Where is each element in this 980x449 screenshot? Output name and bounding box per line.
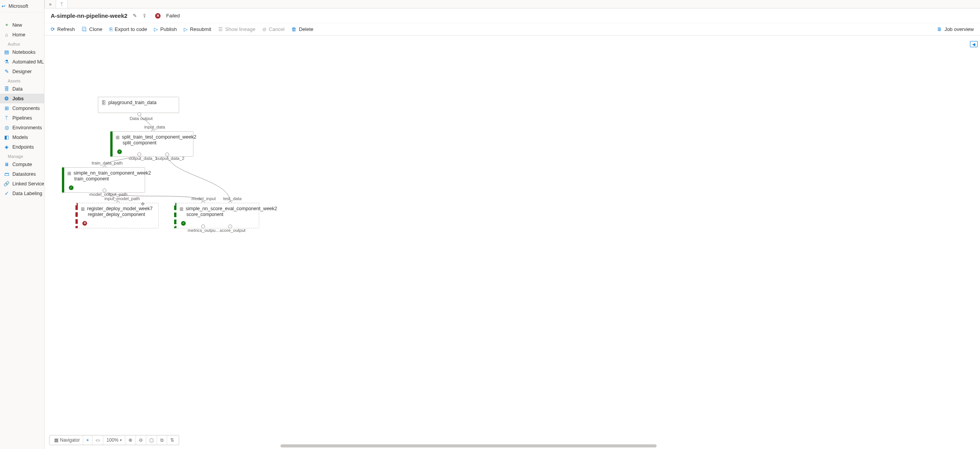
component-icon: ⊞: [116, 135, 120, 140]
node-score[interactable]: ⊞simple_nn_score_eval_component_week2 sc…: [174, 203, 259, 228]
nav-pipelines[interactable]: ᛘ Pipelines: [0, 113, 44, 123]
nav-environments-label: Environments: [12, 125, 42, 130]
nav-environments[interactable]: ◎ Environments: [0, 123, 44, 132]
h-scrollbar-thumb[interactable]: [280, 444, 657, 447]
port-split-out2-label: output_data_2: [156, 156, 185, 161]
lineage-button: ☰Show lineage: [218, 26, 255, 32]
status-ok-icon: ✓: [117, 149, 122, 154]
nav-components-label: Components: [12, 106, 40, 111]
home-icon: ⌂: [4, 32, 9, 38]
nav-pipelines-label: Pipelines: [12, 115, 32, 121]
brand-bar: ↩ Microsoft: [0, 0, 44, 12]
status-failed-label: Failed: [166, 13, 180, 19]
cursor-mode-button[interactable]: ⌖: [83, 435, 92, 445]
nav-jobs[interactable]: ⚙ Jobs: [0, 94, 44, 103]
nav-data-label: Data: [12, 86, 22, 92]
nav-data[interactable]: 🗄 Data: [0, 84, 44, 94]
nav-models[interactable]: ◧ Models: [0, 132, 44, 142]
clone-button[interactable]: ⿻Clone: [82, 26, 103, 32]
node-split[interactable]: ⊞split_train_test_component_week2 split_…: [110, 131, 193, 157]
nav-datastores-label: Datastores: [12, 171, 36, 177]
cursor-icon: ⌖: [86, 437, 89, 443]
auto-layout-button[interactable]: ⇅: [167, 435, 177, 445]
h-scrollbar[interactable]: [280, 444, 965, 448]
cancel-icon: ⊘: [262, 26, 267, 32]
cancel-button: ⊘Cancel: [262, 26, 284, 32]
node-train-sub: train_component: [74, 176, 142, 182]
main-area: » ᛘ A-simple-nn-pipeline-week2 ✎ ⇪ ✕ Fai…: [44, 0, 980, 449]
publish-button[interactable]: ▷Publish: [154, 26, 177, 32]
nav-designer[interactable]: ✎ Designer: [0, 67, 44, 76]
datastores-icon: 🗃: [4, 171, 9, 177]
nav-section-manage: Manage: [0, 152, 44, 159]
nav-automated-ml[interactable]: ⚗ Automated ML: [0, 57, 44, 67]
sidebar: ↩ Microsoft ＋ New ⌂ Home Author ▤ Notebo…: [0, 0, 44, 449]
nav-home[interactable]: ⌂ Home: [0, 30, 44, 39]
nav-linked-services[interactable]: 🔗 Linked Services: [0, 179, 44, 189]
environments-icon: ◎: [4, 125, 9, 130]
nav-notebooks[interactable]: ▤ Notebooks: [0, 47, 44, 57]
plus-icon: ＋: [4, 22, 9, 28]
designer-icon: ✎: [4, 69, 9, 74]
pan-mode-button[interactable]: ▭: [92, 435, 103, 445]
canvas[interactable]: ◀ 🗄playground_train_data Data output: [44, 36, 980, 449]
linked-services-icon: 🔗: [4, 181, 9, 187]
zoom-in-button[interactable]: ⊕: [125, 435, 136, 445]
chevron-down-icon: ▾: [120, 438, 122, 442]
tab-bar: » ᛘ: [44, 0, 980, 9]
nav-home-label: Home: [12, 32, 25, 38]
port-data-out-label: Data output: [130, 116, 152, 121]
resubmit-button[interactable]: ▷Resubmit: [184, 26, 211, 32]
data-icon: 🗄: [4, 86, 9, 92]
component-icon: ⊞: [81, 206, 85, 212]
nav-datastores[interactable]: 🗃 Datastores: [0, 169, 44, 179]
resubmit-icon: ▷: [184, 26, 188, 32]
tab-expand[interactable]: »: [44, 0, 56, 8]
auto-layout-icon: ⇅: [170, 437, 174, 443]
export-button[interactable]: ⎘Export to code: [109, 26, 147, 32]
notebooks-icon: ▤: [4, 49, 9, 55]
node-score-sub: score_component: [186, 212, 256, 217]
back-arrow-icon[interactable]: ↩: [2, 3, 5, 9]
toolbar: ⟳Refresh ⿻Clone ⎘Export to code ▷Publish…: [44, 23, 980, 36]
nav-jobs-label: Jobs: [12, 96, 24, 101]
refresh-button[interactable]: ⟳Refresh: [51, 26, 75, 32]
node-playground-train-data[interactable]: 🗄playground_train_data: [98, 97, 179, 113]
navigator-icon: ▦: [54, 437, 58, 443]
pipelines-icon: ᛘ: [4, 115, 9, 121]
nav-endpoints[interactable]: ◈ Endpoints: [0, 142, 44, 152]
nav-compute-label: Compute: [12, 162, 32, 167]
node-register[interactable]: ⊞register_deploy_model_week7 register_de…: [75, 203, 159, 228]
dataset-icon: 🗄: [101, 100, 106, 106]
data-labeling-icon: ✓: [4, 190, 9, 196]
compute-icon: 🖥: [4, 162, 9, 167]
nav-compute[interactable]: 🖥 Compute: [0, 159, 44, 169]
port-data-out[interactable]: [137, 112, 141, 116]
nav-data-labeling[interactable]: ✓ Data Labeling: [0, 189, 44, 198]
node-train-title: simple_nn_train_component_week2: [74, 170, 151, 176]
nav-new[interactable]: ＋ New: [0, 20, 44, 30]
fit-button[interactable]: ▢: [146, 435, 157, 445]
component-icon: ⊞: [180, 206, 183, 212]
refresh-icon: ⟳: [51, 26, 55, 32]
navigator-button[interactable]: ▦Navigator: [51, 435, 83, 445]
zoom-out-button[interactable]: ⊖: [136, 435, 146, 445]
delete-button[interactable]: 🗑Delete: [291, 26, 313, 32]
zoom-dropdown[interactable]: 100% ▾: [103, 435, 125, 445]
actual-size-button[interactable]: ⧉: [157, 435, 167, 445]
nav-section-assets: Assets: [0, 76, 44, 84]
actual-size-icon: ⧉: [160, 437, 164, 443]
tab-pipeline[interactable]: ᛘ: [56, 0, 68, 8]
job-overview-button[interactable]: 🗎Job overview: [937, 26, 974, 32]
edges: [44, 36, 980, 449]
nav-labeling-label: Data Labeling: [12, 191, 42, 196]
node-score-title: simple_nn_score_eval_component_week2: [186, 206, 277, 211]
nav-components[interactable]: ⊞ Components: [0, 103, 44, 113]
brand-label: Microsoft: [9, 3, 28, 9]
port-score-out2-label: score_output: [220, 228, 246, 233]
open-panel-button[interactable]: ◀: [970, 41, 978, 47]
edit-title-icon[interactable]: ✎: [133, 13, 137, 19]
pipeline-title: A-simple-nn-pipeline-week2: [51, 12, 127, 19]
share-icon[interactable]: ⇪: [142, 13, 147, 19]
pan-icon: ▭: [96, 437, 100, 443]
